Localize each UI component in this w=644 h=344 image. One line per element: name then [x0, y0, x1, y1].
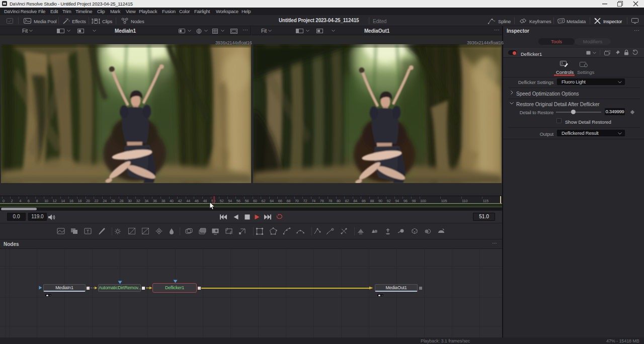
svg-text:T: T	[87, 229, 90, 234]
